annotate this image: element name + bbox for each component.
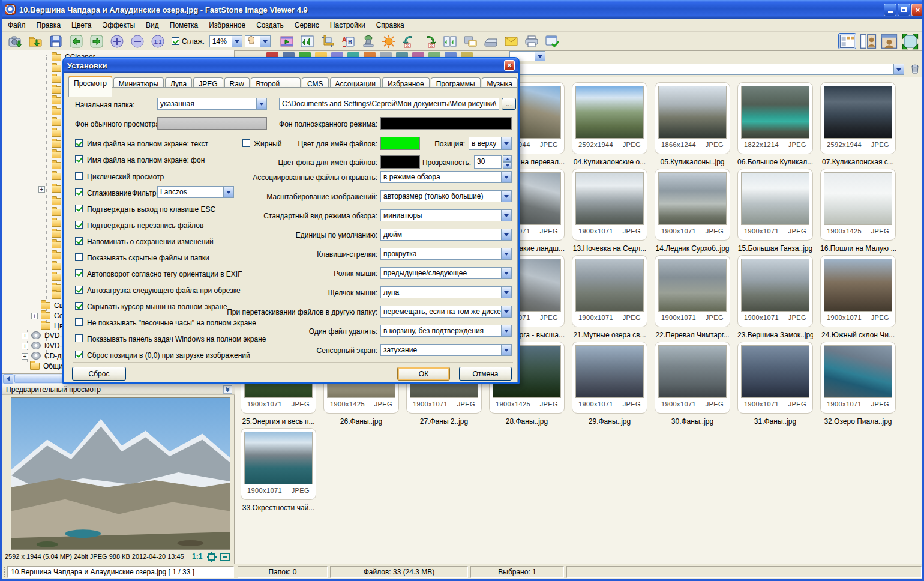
fullview-icon[interactable]: [220, 552, 230, 564]
layout-preview-icon[interactable]: [880, 33, 898, 49]
exif-autorotate-checkbox[interactable]: [75, 269, 83, 277]
name-bg-swatch[interactable]: [380, 155, 420, 169]
compare-icon[interactable]: [441, 33, 459, 49]
fullscreen-bg-swatch[interactable]: [380, 117, 512, 130]
assoc-open-select[interactable]: в режиме обзора: [380, 171, 512, 183]
arrow-keys-select[interactable]: прокрутка: [380, 248, 512, 260]
menu-item-favorites[interactable]: Избранное: [203, 20, 251, 31]
show-hidden-checkbox[interactable]: [75, 253, 83, 261]
menu-item-help[interactable]: Справка: [371, 20, 410, 31]
smoothing-checkbox[interactable]: [75, 188, 83, 196]
fullscreen-name-bg-checkbox[interactable]: [75, 155, 83, 163]
zoom-level-select[interactable]: 14%: [209, 35, 242, 47]
thumbnail[interactable]: 1900x1071JPEG 15.Большая Ганза..jpg: [737, 169, 813, 253]
confirm-overwrite-checkbox[interactable]: [75, 221, 83, 229]
settings-icon[interactable]: [543, 33, 561, 49]
tree-item[interactable]: Св: [54, 301, 63, 310]
tree-item[interactable]: Цв: [54, 322, 63, 330]
clone-stamp-icon[interactable]: [359, 33, 377, 49]
remind-save-checkbox[interactable]: [75, 237, 83, 245]
rotate-left-icon[interactable]: 90: [400, 33, 418, 49]
confirm-esc-checkbox[interactable]: [75, 205, 83, 212]
thumbnail[interactable]: 1866x1244JPEG 05.Куликалоны..jpg: [655, 82, 730, 166]
show-taskbar-checkbox[interactable]: [75, 334, 83, 342]
menu-item-edit[interactable]: Правка: [31, 20, 67, 31]
maximize-button[interactable]: [898, 4, 910, 16]
mouse-click-select[interactable]: лупа: [380, 286, 512, 298]
transparency-field[interactable]: 30: [474, 155, 502, 169]
thumbnail[interactable]: 1822x1214JPEG 06.Большое Куликал...: [737, 82, 813, 166]
menu-item-effects[interactable]: Эффекты: [97, 20, 141, 31]
reset-button[interactable]: Сброс: [72, 367, 126, 381]
thumbnail[interactable]: 1900x1425JPEG 16.Пошли на Малую ...: [820, 169, 896, 253]
menu-item-file[interactable]: Файл: [2, 20, 31, 31]
fit-image-icon[interactable]: [207, 552, 217, 564]
thumbnail[interactable]: 2592x1944JPEG 04.Куликалонские о...: [572, 82, 647, 166]
dialog-close-icon[interactable]: ×: [504, 60, 515, 71]
save-icon[interactable]: [47, 33, 65, 49]
browse-view-select[interactable]: миниатюры: [380, 209, 512, 221]
menu-item-tag[interactable]: Пометка: [164, 20, 204, 31]
dual-monitor-icon[interactable]: [461, 33, 479, 49]
menu-item-tools[interactable]: Сервис: [289, 20, 325, 31]
zoom-out-icon[interactable]: [128, 33, 146, 49]
ok-button[interactable]: ОК: [397, 367, 450, 381]
name-color-swatch[interactable]: [380, 137, 420, 150]
delete-file-select[interactable]: в корзину, без подтверждения: [380, 325, 512, 337]
thumbnail[interactable]: 1900x1071JPEG 29.Фаны..jpg: [572, 342, 647, 426]
thumbnail[interactable]: 1900x1071JPEG 31.Фаны..jpg: [737, 342, 813, 426]
scanner-icon[interactable]: [482, 33, 500, 49]
bold-checkbox[interactable]: [242, 139, 250, 147]
forward-icon[interactable]: [88, 33, 106, 49]
rotate-right-icon[interactable]: 90: [421, 33, 439, 49]
thumbnail[interactable]: 1900x1071JPEG 21.Мутные озера св...: [572, 255, 647, 339]
thumbnail[interactable]: 1900x1071JPEG 32.Озеро Пиала..jpg: [820, 342, 896, 426]
adjust-lighting-icon[interactable]: [380, 33, 398, 49]
browse-button[interactable]: ...: [502, 98, 516, 110]
zoom-in-icon[interactable]: [108, 33, 126, 49]
reset-position-checkbox[interactable]: [75, 351, 83, 358]
start-folder-select[interactable]: указанная: [157, 98, 267, 110]
tab-view[interactable]: Просмотр: [68, 76, 112, 97]
tree-expand-icon[interactable]: +: [38, 186, 45, 193]
rename-icon[interactable]: BA: [339, 33, 357, 49]
layout-thumbs-icon[interactable]: [859, 33, 877, 49]
touch-screen-select[interactable]: затухание: [380, 344, 512, 356]
thumbnail[interactable]: 1900x1071JPEG 22.Перевал Чимтарг...: [655, 255, 730, 339]
autoload-next-checkbox[interactable]: [75, 286, 83, 294]
thumbnail[interactable]: 1900x1071JPEG 23.Вершина Замок..jpg: [737, 255, 813, 339]
thumbnail[interactable]: 1900x1071JPEG 30.Фаны..jpg: [655, 342, 730, 426]
clear-history-icon[interactable]: [909, 62, 921, 77]
thumbnail[interactable]: 1900x1071JPEG 14.Ледник Сурхоб..jpg: [655, 169, 730, 253]
fullscreen-icon[interactable]: [901, 33, 919, 49]
email-icon[interactable]: [502, 33, 520, 49]
smooth-checkbox[interactable]: [172, 37, 179, 45]
menu-item-colors[interactable]: Цвета: [66, 20, 97, 31]
menu-item-settings[interactable]: Настройки: [325, 20, 371, 31]
bg-normal-swatch[interactable]: [157, 117, 267, 130]
loop-view-checkbox[interactable]: [75, 172, 83, 180]
thumbnail[interactable]: 1900x1071JPEG 24.Южный склон Чи...: [820, 255, 896, 339]
tree-expand-icon[interactable]: +: [22, 333, 28, 339]
collapse-chevron-icon[interactable]: [223, 385, 232, 394]
menu-item-view[interactable]: Вид: [140, 20, 164, 31]
cancel-button[interactable]: Отмена: [459, 367, 512, 381]
hide-cursor-checkbox[interactable]: [75, 302, 83, 310]
close-button[interactable]: ×: [911, 4, 924, 16]
scaling-select[interactable]: авторазмер (только большие): [380, 190, 512, 202]
fullscreen-name-text-checkbox[interactable]: [75, 139, 83, 147]
no-hourglass-checkbox[interactable]: [75, 318, 83, 326]
thumbnail[interactable]: 1900x1071JPEG 13.Ночевка на Седл...: [572, 169, 647, 253]
crop-icon[interactable]: [319, 33, 337, 49]
minimize-button[interactable]: [884, 4, 896, 16]
mouse-wheel-select[interactable]: предыдущее/следующее: [380, 267, 512, 279]
back-icon[interactable]: [67, 33, 85, 49]
start-folder-path-field[interactable]: C:\Documents and Settings\Сергей\Мои док…: [279, 98, 499, 110]
acquire-icon[interactable]: [6, 33, 24, 49]
tree-expand-icon[interactable]: +: [22, 343, 28, 349]
open-folder-icon[interactable]: [26, 33, 44, 49]
menu-item-create[interactable]: Создать: [251, 20, 289, 31]
thumbnail[interactable]: 2592x1944JPEG 07.Куликалонская с...: [820, 82, 896, 166]
print-icon[interactable]: [523, 33, 541, 49]
fit-window-icon[interactable]: [298, 33, 316, 49]
